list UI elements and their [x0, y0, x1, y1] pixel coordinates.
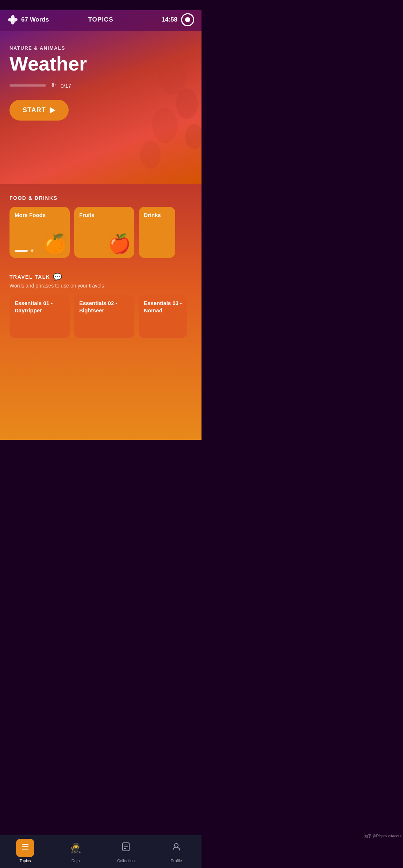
start-button[interactable]: START — [9, 100, 69, 121]
header-title: TOPICS — [88, 16, 114, 23]
content-area: FOOD & DRINKS More Foods 🍊 👁 Fruits 🍎 Dr… — [0, 184, 202, 440]
hero-section: NATURE & ANIMALS Weather 👁 0/17 START — [0, 31, 202, 184]
card-progress-bar — [15, 250, 28, 252]
topic-card-fruits[interactable]: Fruits 🍎 — [74, 207, 134, 258]
food-section-header: FOOD & DRINKS — [0, 195, 202, 207]
topic-card-drinks[interactable]: Drinks — [139, 207, 175, 258]
card-title-more-foods: More Foods — [15, 212, 65, 218]
svg-point-6 — [176, 88, 198, 119]
svg-point-4 — [11, 18, 14, 21]
travel-card-2[interactable]: Essentials 02 -Sightseer — [74, 294, 134, 338]
svg-point-8 — [185, 124, 202, 149]
card-eye-icon: 👁 — [30, 248, 35, 254]
food-section-title: FOOD & DRINKS — [9, 195, 192, 201]
travel-cards-scroll[interactable]: Essentials 01 -Daytripper Essentials 02 … — [0, 294, 202, 346]
hero-title: Weather — [9, 54, 192, 73]
speech-icon: 💬 — [53, 273, 63, 281]
logo-icon — [7, 14, 18, 25]
svg-point-9 — [140, 141, 161, 169]
card-emoji-fruits: 🍎 — [108, 233, 131, 254]
travel-card-3[interactable]: Essentials 03 -Nomad — [139, 294, 187, 338]
food-cards-scroll[interactable]: More Foods 🍊 👁 Fruits 🍎 Drinks — [0, 207, 202, 265]
play-arrow-icon — [50, 107, 55, 114]
travel-card-title-2: Essentials 02 -Sightseer — [79, 300, 129, 314]
record-button[interactable] — [181, 13, 194, 26]
card-emoji-more-foods: 🍊 — [43, 233, 66, 254]
header: 67 Words TOPICS 14:58 — [0, 10, 202, 31]
travel-card-title-3: Essentials 03 -Nomad — [144, 300, 182, 314]
travel-section-title: TRAVEL TALK 💬 — [9, 273, 192, 281]
travel-card-title-1: Essentials 01 -Daytripper — [15, 300, 65, 314]
header-left: 67 Words — [7, 14, 49, 25]
start-button-label: START — [23, 106, 46, 114]
svg-point-7 — [152, 108, 178, 143]
travel-section-header: TRAVEL TALK 💬 Words and phrases to use o… — [0, 273, 202, 294]
card-title-fruits: Fruits — [79, 212, 129, 218]
card-title-drinks: Drinks — [144, 212, 170, 218]
hero-eye-icon: 👁 — [50, 82, 56, 89]
time-display: 14:58 — [162, 16, 177, 23]
travel-section: TRAVEL TALK 💬 Words and phrases to use o… — [0, 265, 202, 346]
card-progress-more-foods: 👁 — [15, 248, 35, 254]
header-right: 14:58 — [162, 13, 194, 26]
hero-progress-bar-container — [9, 84, 46, 87]
record-inner — [185, 17, 190, 22]
hero-category: NATURE & ANIMALS — [9, 45, 192, 51]
travel-card-1[interactable]: Essentials 01 -Daytripper — [9, 294, 70, 338]
words-count: 67 Words — [21, 16, 49, 23]
hero-progress-row: 👁 0/17 — [9, 82, 192, 89]
hero-progress-text: 0/17 — [61, 83, 71, 89]
status-bar — [0, 0, 202, 10]
topic-card-more-foods[interactable]: More Foods 🍊 👁 — [9, 207, 70, 258]
travel-section-subtitle: Words and phrases to use on your travels — [9, 283, 192, 289]
